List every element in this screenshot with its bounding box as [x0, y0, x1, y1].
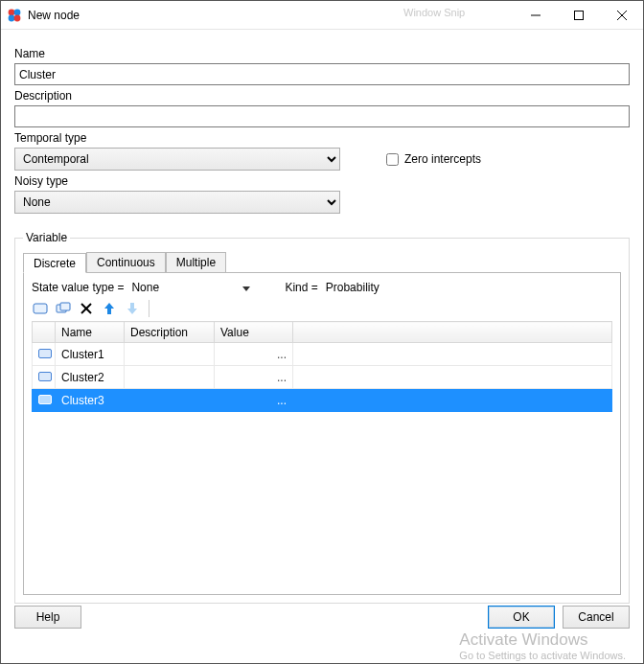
zero-intercepts-checkbox[interactable]: [386, 153, 399, 166]
maximize-button[interactable]: [557, 1, 600, 30]
zero-intercepts-row[interactable]: Zero intercepts: [386, 152, 481, 166]
col-header-rest[interactable]: [293, 322, 612, 343]
cell-description[interactable]: [125, 389, 215, 412]
svg-point-1: [14, 9, 21, 15]
svg-point-2: [9, 14, 15, 21]
name-input[interactable]: [14, 63, 630, 85]
state-icon: [38, 349, 52, 358]
col-header-icon[interactable]: [33, 322, 56, 343]
variable-legend: Variable: [23, 231, 70, 244]
temporal-type-label: Temporal type: [14, 131, 630, 145]
help-button[interactable]: Help: [14, 606, 81, 629]
table-row[interactable]: Cluster2 ...: [33, 366, 612, 389]
state-icon: [38, 372, 52, 381]
move-up-button[interactable]: [101, 300, 118, 317]
cancel-button[interactable]: Cancel: [563, 606, 630, 629]
svg-rect-5: [574, 11, 583, 19]
dialog-content: Name Description Temporal type Contempor…: [1, 30, 643, 604]
zero-intercepts-label: Zero intercepts: [404, 152, 481, 166]
name-label: Name: [14, 47, 630, 60]
description-label: Description: [14, 89, 630, 103]
tabs: Discrete Continuous Multiple: [23, 252, 621, 273]
titlebar: New node Window Snip: [1, 1, 643, 30]
app-icon: [7, 8, 22, 23]
svg-rect-10: [60, 303, 70, 310]
move-down-button: [124, 300, 141, 317]
chevron-down-icon: [242, 286, 250, 291]
noisy-type-label: Noisy type: [14, 174, 630, 188]
table-row[interactable]: Cluster1 ...: [33, 343, 612, 366]
copy-state-button[interactable]: [55, 300, 72, 317]
activate-windows-watermark: Activate Windows Go to Settings to activ…: [459, 630, 626, 661]
kind-value: Probability: [326, 281, 380, 294]
cell-description[interactable]: [125, 366, 215, 389]
state-value-type-label: State value type =: [32, 281, 124, 294]
cell-value[interactable]: ...: [215, 389, 293, 412]
temporal-type-select[interactable]: Contemporal: [14, 148, 340, 171]
svg-point-3: [14, 14, 21, 21]
window-title: New node: [28, 9, 80, 22]
noisy-type-select[interactable]: None: [14, 191, 340, 214]
col-header-value[interactable]: Value: [215, 322, 293, 343]
tab-discrete[interactable]: Discrete: [23, 253, 86, 273]
col-header-description[interactable]: Description: [125, 322, 215, 343]
description-input[interactable]: [14, 105, 630, 127]
states-table: Name Description Value Cluster1 ...: [32, 321, 612, 412]
cell-name[interactable]: Cluster1: [56, 343, 125, 366]
states-toolbar: [32, 300, 612, 317]
kind-label: Kind =: [285, 281, 317, 294]
cell-name[interactable]: Cluster3: [56, 389, 125, 412]
svg-point-0: [9, 9, 15, 15]
tab-multiple[interactable]: Multiple: [166, 252, 226, 272]
close-button[interactable]: [600, 1, 643, 30]
col-header-name[interactable]: Name: [56, 322, 125, 343]
minimize-button[interactable]: [514, 1, 557, 30]
cell-value[interactable]: ...: [215, 343, 293, 366]
add-state-button[interactable]: [32, 300, 49, 317]
ok-button[interactable]: OK: [488, 606, 555, 629]
state-value-row: State value type = None Kind = Probabili…: [32, 281, 612, 294]
variable-group: Variable Discrete Continuous Multiple St…: [14, 231, 630, 604]
ghost-text: Window Snip: [403, 7, 465, 18]
cell-value[interactable]: ...: [215, 366, 293, 389]
tab-continuous[interactable]: Continuous: [86, 252, 166, 272]
cell-name[interactable]: Cluster2: [56, 366, 125, 389]
state-value-type-dropdown[interactable]: None: [131, 281, 250, 294]
table-row[interactable]: Cluster3 ...: [33, 389, 612, 412]
cell-description[interactable]: [125, 343, 215, 366]
toolbar-separator: [149, 300, 150, 317]
delete-state-button[interactable]: [78, 300, 95, 317]
state-icon: [38, 395, 52, 404]
dialog-footer: Help OK Cancel: [14, 606, 630, 629]
svg-rect-8: [34, 304, 47, 313]
tab-panel-discrete: State value type = None Kind = Probabili…: [23, 273, 621, 595]
